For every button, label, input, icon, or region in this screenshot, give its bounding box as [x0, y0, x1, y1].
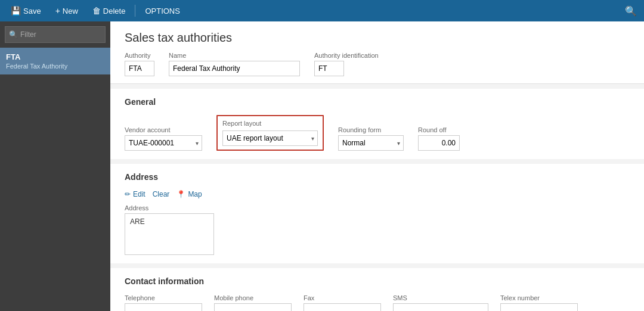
main-layout: 🔍 FTA Federal Tax Authority Sales tax au… — [0, 21, 644, 311]
contact-title: Contact information — [125, 276, 630, 286]
new-icon: + — [55, 6, 60, 15]
contact-section: Contact information Telephone Mobile pho… — [110, 268, 644, 311]
save-label: Save — [23, 7, 41, 15]
address-title: Address — [125, 172, 630, 182]
delete-label: Delete — [103, 7, 126, 15]
rounding-select[interactable]: Normal Downward Upward — [338, 135, 404, 151]
sidebar: 🔍 FTA Federal Tax Authority — [0, 21, 110, 311]
report-layout-highlighted-group: Report layout UAE report layout — [216, 115, 324, 151]
mobile-field-group: Mobile phone — [214, 294, 292, 311]
edit-label: Edit — [133, 190, 145, 198]
page-title: Sales tax authorities — [125, 31, 630, 45]
toolbar-divider — [135, 5, 135, 17]
address-section: Address ✏ Edit Clear 📍 Map Address ARE — [110, 164, 644, 263]
sms-field-group: SMS — [393, 294, 488, 311]
page-header: Sales tax authorities Authority Name Aut… — [110, 21, 644, 84]
telex-field-group: Telex number — [500, 294, 578, 311]
address-actions: ✏ Edit Clear 📍 Map — [125, 190, 630, 198]
report-layout-field-group: Report layout UAE report layout — [222, 120, 318, 146]
sidebar-item-title: FTA — [6, 52, 104, 61]
general-section: General Vendor account TUAE-000001 Repor… — [110, 89, 644, 159]
round-off-input[interactable] — [418, 135, 460, 151]
clear-address-button[interactable]: Clear — [153, 190, 170, 198]
authority-label: Authority — [125, 52, 154, 59]
address-label: Address — [125, 204, 630, 212]
general-title: General — [125, 97, 630, 107]
rounding-label: Rounding form — [338, 126, 404, 133]
round-off-label: Round off — [418, 126, 460, 133]
new-label: New — [63, 7, 78, 15]
fax-input[interactable] — [304, 303, 381, 311]
report-layout-select-wrapper: UAE report layout — [222, 130, 318, 146]
authority-field-group: Authority — [125, 52, 154, 76]
telex-label: Telex number — [500, 294, 578, 301]
fax-field-group: Fax — [304, 294, 381, 311]
vendor-select-wrapper: TUAE-000001 — [125, 135, 202, 151]
save-button[interactable]: 💾 Save — [5, 2, 47, 19]
sidebar-item-fta[interactable]: FTA Federal Tax Authority — [0, 48, 110, 74]
edit-address-button[interactable]: ✏ Edit — [125, 190, 145, 198]
name-field-group: Name — [169, 52, 300, 76]
vendor-select[interactable]: TUAE-000001 — [125, 135, 202, 151]
sms-label: SMS — [393, 294, 488, 301]
auth-id-label: Authority identification — [314, 52, 379, 59]
edit-icon: ✏ — [125, 190, 131, 198]
sidebar-filter-input[interactable] — [20, 30, 110, 39]
authority-fields: Authority Name Authority identification — [125, 52, 630, 76]
report-layout-select[interactable]: UAE report layout — [222, 130, 318, 146]
sms-input[interactable] — [393, 303, 488, 311]
map-icon: 📍 — [177, 190, 185, 198]
address-field-group: Address ARE — [125, 204, 630, 255]
filter-icon: 🔍 — [9, 30, 18, 39]
fax-label: Fax — [304, 294, 381, 301]
telephone-field-group: Telephone — [125, 294, 202, 311]
delete-button[interactable]: 🗑 Delete — [86, 2, 132, 19]
search-button[interactable]: 🔍 — [623, 2, 639, 19]
vendor-field-group: Vendor account TUAE-000001 — [125, 126, 202, 151]
report-layout-label: Report layout — [222, 120, 318, 127]
mobile-input[interactable] — [214, 303, 292, 311]
telex-input[interactable] — [500, 303, 578, 311]
contact-fields-row-1: Telephone Mobile phone Fax SMS Telex num — [125, 294, 630, 311]
clear-label: Clear — [153, 190, 170, 198]
rounding-field-group: Rounding form Normal Downward Upward — [338, 126, 404, 151]
sidebar-item-subtitle: Federal Tax Authority — [6, 63, 104, 70]
save-icon: 💾 — [11, 6, 21, 15]
new-button[interactable]: + New — [49, 2, 84, 19]
address-box: ARE — [125, 213, 214, 255]
auth-id-input[interactable] — [314, 61, 344, 76]
options-label: OPTIONS — [145, 7, 180, 15]
content-area: Sales tax authorities Authority Name Aut… — [110, 21, 644, 311]
map-label: Map — [188, 190, 202, 198]
name-input[interactable] — [169, 61, 300, 76]
telephone-input[interactable] — [125, 303, 202, 311]
options-button[interactable]: OPTIONS — [139, 2, 186, 19]
general-fields-row: Vendor account TUAE-000001 Report layout… — [125, 115, 630, 151]
telephone-label: Telephone — [125, 294, 202, 301]
toolbar: 💾 Save + New 🗑 Delete OPTIONS 🔍 — [0, 0, 644, 21]
address-value: ARE — [130, 217, 145, 226]
search-icon: 🔍 — [625, 5, 637, 17]
round-off-field-group: Round off — [418, 126, 460, 151]
delete-icon: 🗑 — [92, 6, 101, 15]
auth-id-field-group: Authority identification — [314, 52, 379, 76]
vendor-label: Vendor account — [125, 126, 202, 133]
rounding-select-wrapper: Normal Downward Upward — [338, 135, 404, 151]
mobile-label: Mobile phone — [214, 294, 292, 301]
name-label: Name — [169, 52, 300, 59]
authority-input[interactable] — [125, 61, 154, 76]
map-address-button[interactable]: 📍 Map — [177, 190, 202, 198]
sidebar-filter-container: 🔍 — [5, 26, 106, 43]
